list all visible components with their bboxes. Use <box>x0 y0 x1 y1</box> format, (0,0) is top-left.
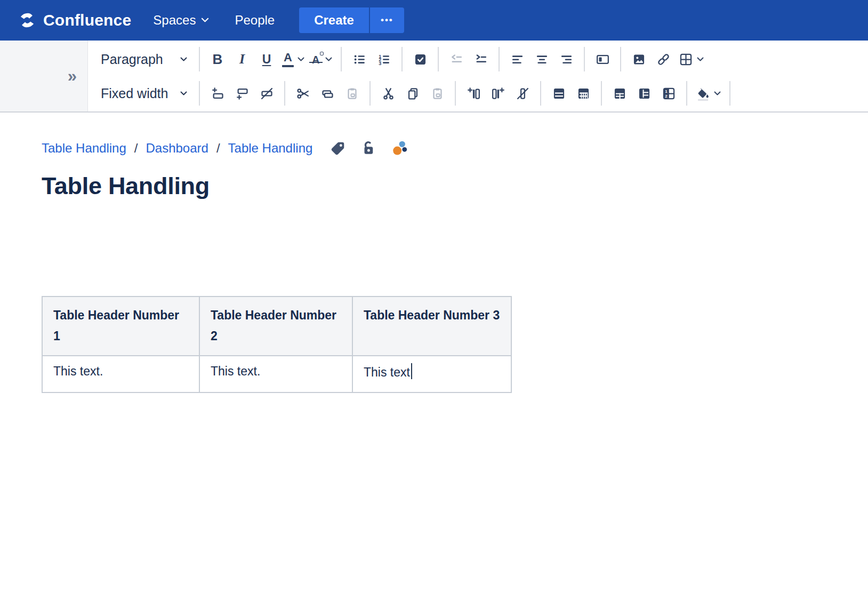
table-cell[interactable]: This text. <box>42 356 199 392</box>
nav-menu: SpacesPeople <box>140 0 287 41</box>
table-cell-text: This text. <box>211 364 260 378</box>
header-column-button[interactable] <box>571 81 596 106</box>
editor-content: Table Handling/Dashboard/Table Handling … <box>0 139 868 393</box>
bold-button[interactable]: B <box>205 47 230 71</box>
text-color-button[interactable]: A <box>279 47 308 71</box>
table-header-cell[interactable]: Table Header Number 2 <box>199 296 352 356</box>
italic-button[interactable]: I <box>230 47 254 71</box>
copy-button[interactable] <box>400 81 425 106</box>
align-left-button[interactable] <box>505 47 529 71</box>
breadcrumb-link-1[interactable]: Dashboard <box>146 141 208 156</box>
chevron-down-icon <box>180 57 187 62</box>
paragraph-style-dropdown-label: Paragraph <box>101 52 163 67</box>
toolbar-separator <box>341 47 342 71</box>
copy-icon <box>406 86 420 101</box>
image-icon <box>632 52 646 67</box>
toolbar-separator <box>284 81 285 106</box>
header-column-icon <box>576 86 591 101</box>
breadcrumb: Table Handling/Dashboard/Table Handling <box>42 139 868 157</box>
create-more-button[interactable]: ••• <box>370 7 404 33</box>
toolbar-separator <box>729 81 730 106</box>
app-badge-icon[interactable] <box>391 139 409 157</box>
table-width-dropdown[interactable]: Fixed width <box>99 81 194 106</box>
insert-column-left-button[interactable] <box>461 81 486 106</box>
align-right-button[interactable] <box>554 47 578 71</box>
numbering-column-icon: 12 <box>662 86 676 101</box>
insert-row-below-button[interactable] <box>230 81 254 106</box>
bullet-list-button[interactable] <box>347 47 372 71</box>
nav-item-people[interactable]: People <box>222 0 287 41</box>
merge-cells-button[interactable] <box>607 81 632 106</box>
editor-toolbar: ParagraphBIUAA123 Fixed width12 <box>88 41 868 111</box>
row-delete-icon <box>260 86 274 101</box>
page-layout-icon <box>596 52 610 67</box>
paragraph-style-dropdown[interactable]: Paragraph <box>99 47 194 71</box>
unlocked-icon[interactable] <box>360 140 376 156</box>
insert-column-right-button[interactable] <box>486 81 510 106</box>
insert-row-above-button[interactable] <box>205 81 230 106</box>
table-cell-text: This text <box>364 365 410 379</box>
paste-row-button[interactable] <box>340 81 364 106</box>
header-row-button[interactable] <box>546 81 571 106</box>
insert-table-button[interactable] <box>676 47 707 71</box>
page-layout-button[interactable] <box>590 47 615 71</box>
merge-cells-icon <box>613 86 627 101</box>
task-list-button[interactable] <box>408 47 432 71</box>
numbered-list-icon: 123 <box>377 52 391 67</box>
col-add-left-icon <box>467 86 481 101</box>
svg-text:2: 2 <box>665 94 668 99</box>
breadcrumb-links: Table Handling/Dashboard/Table Handling <box>42 141 312 156</box>
cut-row-button[interactable] <box>291 81 315 106</box>
delete-row-button[interactable] <box>254 81 279 106</box>
table-cell[interactable]: This text. <box>199 356 352 392</box>
toolbar-separator <box>455 81 456 106</box>
underline-button[interactable]: U <box>254 47 279 71</box>
split-cell-button[interactable] <box>632 81 656 106</box>
expand-sidebar-button[interactable]: » <box>68 68 77 84</box>
row-add-above-icon <box>211 86 225 101</box>
svg-text:1: 1 <box>665 89 668 93</box>
confluence-home-link[interactable]: Confluence <box>18 11 131 29</box>
nav-item-spaces[interactable]: Spaces <box>140 0 222 41</box>
chevron-down-icon <box>697 57 704 62</box>
top-nav-bar: Confluence SpacesPeople Create ••• <box>0 0 868 41</box>
insert-link-button[interactable] <box>651 47 676 71</box>
breadcrumb-link-0[interactable]: Table Handling <box>42 141 126 156</box>
create-split-button: Create ••• <box>299 7 404 33</box>
toolbar-separator <box>401 47 403 71</box>
content-table-wrap: Table Header Number 1Table Header Number… <box>42 296 868 393</box>
text-cursor <box>411 363 413 379</box>
table-header-text: Table Header Number 1 <box>53 308 179 343</box>
delete-column-button[interactable] <box>510 81 535 106</box>
col-delete-icon <box>516 86 530 101</box>
toolbar-row-formatting: ParagraphBIUAA123 <box>99 42 868 76</box>
collapsed-sidebar: » <box>0 41 88 111</box>
row-add-below-icon <box>235 86 250 101</box>
breadcrumb-icons <box>330 139 409 157</box>
outdent-button[interactable] <box>444 47 469 71</box>
paste-button[interactable] <box>425 81 449 106</box>
align-left-icon <box>510 52 525 67</box>
label-tag-icon[interactable] <box>330 140 346 156</box>
table-header-cell[interactable]: Table Header Number 3 <box>352 296 511 356</box>
brand-name: Confluence <box>43 11 131 29</box>
page-title[interactable]: Table Handling <box>42 172 868 200</box>
align-center-icon <box>535 52 549 67</box>
chevron-down-icon <box>298 57 304 62</box>
table-cell[interactable]: This text <box>352 356 511 392</box>
cell-color-button[interactable] <box>693 81 724 106</box>
more-formatting-button[interactable]: A <box>308 47 335 71</box>
insert-files-images-button[interactable] <box>626 47 651 71</box>
table-icon <box>679 52 693 67</box>
breadcrumb-separator: / <box>134 141 138 156</box>
text-color-icon: A <box>282 52 294 67</box>
table-header-cell[interactable]: Table Header Number 1 <box>42 296 199 356</box>
indent-button[interactable] <box>469 47 493 71</box>
numbering-column-button[interactable]: 12 <box>656 81 681 106</box>
align-center-button[interactable] <box>529 47 554 71</box>
numbered-list-button[interactable]: 123 <box>372 47 396 71</box>
cut-button[interactable] <box>376 81 400 106</box>
create-button[interactable]: Create <box>299 7 369 33</box>
copy-row-button[interactable] <box>315 81 340 106</box>
breadcrumb-link-2[interactable]: Table Handling <box>228 141 313 156</box>
